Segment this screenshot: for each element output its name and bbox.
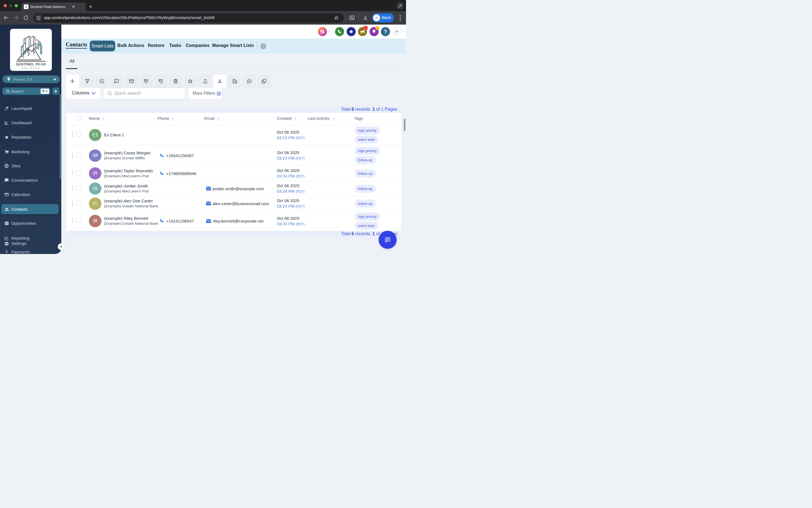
svg-text:ADVISORS: ADVISORS	[22, 67, 40, 69]
svg-text:SENTINEL PEAK: SENTINEL PEAK	[16, 62, 46, 66]
svg-text:SENTINEL PEAK: SENTINEL PEAK	[394, 33, 399, 34]
